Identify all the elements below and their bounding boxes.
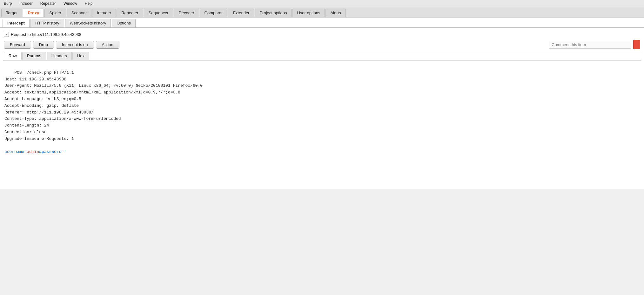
main-tab-bar: Target Proxy Spider Scanner Intruder Rep… [0, 7, 644, 17]
req-line-6: Accept-Encoding: gzip, deflate [4, 103, 79, 108]
menu-repeater[interactable]: Repeater [39, 1, 57, 6]
toolbar: Forward Drop Intercept is on Action [3, 38, 641, 51]
req-line-2: Host: 111.198.29.45:43938 [4, 77, 66, 82]
tab-sequencer[interactable]: Sequencer [144, 9, 173, 17]
tab-proxy[interactable]: Proxy [23, 9, 44, 17]
req-line-10: Connection: close [4, 130, 47, 134]
tab-extender[interactable]: Extender [228, 9, 254, 17]
tab-target[interactable]: Target [1, 9, 22, 17]
menubar: Burp Intruder Repeater Window Help [0, 0, 644, 7]
request-body[interactable]: POST /check.php HTTP/1.1 Host: 111.198.2… [3, 60, 641, 188]
req-line-5: Accept-Language: en-US,en;q=0.5 [4, 97, 81, 101]
post-val-1: admin [27, 149, 39, 154]
tab-spider[interactable]: Spider [44, 9, 66, 17]
tab-intruder[interactable]: Intruder [92, 9, 116, 17]
request-banner-text: Request to http://111.198.29.45:43938 [11, 32, 81, 37]
sub-tab-bar: Intercept HTTP history WebSockets histor… [0, 17, 644, 28]
tab-repeater[interactable]: Repeater [117, 9, 143, 17]
menu-intruder[interactable]: Intruder [18, 1, 34, 6]
drop-button[interactable]: Drop [33, 41, 54, 49]
tab-comparer[interactable]: Comparer [200, 9, 228, 17]
viewtab-params[interactable]: Params [22, 52, 46, 60]
req-line-8: Content-Type: application/x-www-form-url… [4, 116, 121, 121]
comment-input[interactable] [549, 41, 631, 49]
highlight-button[interactable] [633, 40, 640, 49]
tab-project-options[interactable]: Project options [255, 9, 292, 17]
tab-alerts[interactable]: Alerts [325, 9, 345, 17]
req-line-9: Content-Length: 24 [4, 123, 49, 128]
req-line-11: Upgrade-Insecure-Requests: 1 [4, 136, 74, 141]
req-line-7: Referer: http://111.198.29.45:43938/ [4, 110, 94, 115]
subtab-options[interactable]: Options [112, 19, 136, 27]
view-tab-bar: Raw Params Headers Hex [3, 51, 641, 60]
subtab-websockets-history[interactable]: WebSockets history [65, 19, 111, 27]
menu-help[interactable]: Help [84, 1, 94, 6]
subtab-intercept[interactable]: Intercept [3, 19, 30, 27]
viewtab-hex[interactable]: Hex [72, 52, 89, 60]
viewtab-headers[interactable]: Headers [47, 52, 72, 60]
content-area: ✓ Request to http://111.198.29.45:43938 … [0, 28, 644, 189]
menu-window[interactable]: Window [62, 1, 78, 6]
tab-scanner[interactable]: Scanner [67, 9, 91, 17]
tab-decoder[interactable]: Decoder [174, 9, 199, 17]
request-checkbox[interactable]: ✓ [4, 32, 9, 37]
subtab-http-history[interactable]: HTTP history [30, 19, 64, 27]
post-key-2: &password= [39, 149, 64, 154]
viewtab-raw[interactable]: Raw [4, 52, 22, 60]
forward-button[interactable]: Forward [4, 41, 31, 49]
action-button[interactable]: Action [96, 41, 119, 49]
request-banner: ✓ Request to http://111.198.29.45:43938 [3, 31, 641, 38]
req-line-3: User-Agent: Mozilla/5.0 (X11; Linux x86_… [4, 83, 203, 88]
req-line-1: POST /check.php HTTP/1.1 [14, 70, 74, 75]
intercept-toggle-button[interactable]: Intercept is on [56, 41, 94, 49]
tab-user-options[interactable]: User options [292, 9, 325, 17]
post-key-1: username= [4, 149, 27, 154]
req-line-4: Accept: text/html,application/xhtml+xml,… [4, 90, 180, 95]
menu-burp[interactable]: Burp [3, 1, 13, 6]
